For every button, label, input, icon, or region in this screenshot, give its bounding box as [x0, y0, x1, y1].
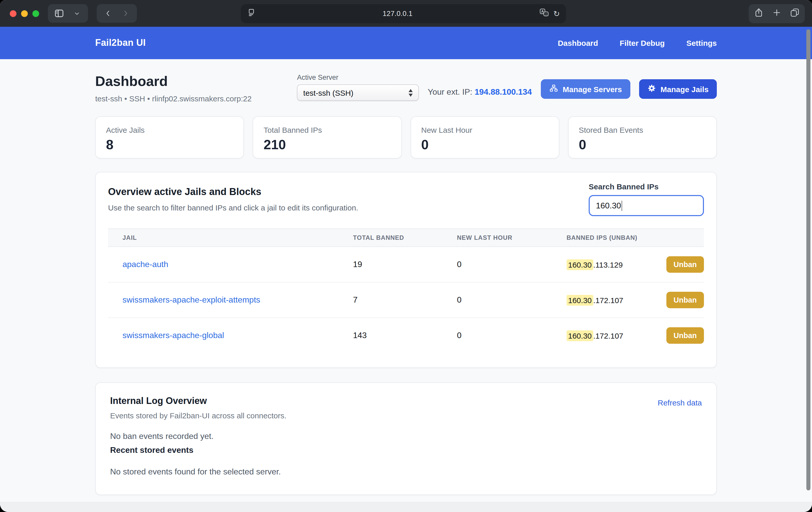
column-header-banned-ips: Banned IPs (Unban)	[552, 234, 704, 241]
screen: 127.0.0.1 A☆ ↻	[0, 0, 812, 512]
stat-value: 0	[421, 137, 549, 153]
svg-text:A: A	[541, 9, 544, 13]
overview-subtitle: Use the search to filter banned IPs and …	[108, 203, 358, 212]
ip-highlight: 160.30	[567, 330, 593, 341]
gear-icon	[647, 84, 656, 94]
new-last-hour-value: 0	[442, 260, 552, 269]
ip-highlight: 160.30	[567, 259, 593, 270]
forward-icon[interactable]	[119, 6, 132, 21]
column-header-new-last-hour: New Last Hour	[442, 234, 552, 241]
external-ip: Your ext. IP: 194.88.100.134	[428, 87, 532, 97]
page-subtitle: test-ssh • SSH • rlinfp02.swissmakers.co…	[95, 94, 252, 103]
column-header-jail: Jail	[108, 234, 339, 241]
total-banned-value: 7	[339, 295, 442, 305]
no-stored-events-text: No stored events found for the selected …	[110, 467, 702, 477]
search-banned-ips-input[interactable]: 160.30	[589, 195, 704, 216]
unban-button[interactable]: Unban	[666, 256, 704, 273]
svg-text:☆: ☆	[545, 12, 548, 16]
minimize-window-button[interactable]	[21, 10, 28, 17]
stat-cards: Active Jails 8 Total Banned IPs 210 New …	[95, 116, 717, 159]
internal-log-card: Internal Log Overview Events stored by F…	[95, 382, 717, 495]
table-row: apache-auth 19 0 160.30.113.129 Unban	[108, 247, 704, 283]
stat-value: 0	[579, 137, 706, 153]
address-bar[interactable]: 127.0.0.1 A☆ ↻	[241, 4, 566, 23]
overview-title: Overview active Jails and Blocks	[108, 186, 358, 198]
new-tab-icon[interactable]	[772, 8, 782, 20]
ip-rest: .172.107	[593, 331, 624, 340]
total-banned-value: 143	[339, 331, 442, 340]
close-window-button[interactable]	[10, 10, 17, 17]
jails-overview-card: Overview active Jails and Blocks Use the…	[95, 172, 717, 368]
total-banned-value: 19	[339, 260, 442, 269]
toolbar-right-group	[749, 4, 805, 23]
log-subtitle: Events stored by Fail2ban-UI across all …	[110, 411, 702, 420]
back-icon[interactable]	[102, 6, 115, 21]
manage-servers-button[interactable]: Manage Servers	[541, 79, 630, 99]
active-server-selected-value: test-ssh (SSH)	[303, 88, 407, 97]
active-server-label: Active Server	[297, 74, 419, 81]
chevron-down-icon[interactable]	[70, 6, 83, 21]
app-navbar: Fail2ban UI Dashboard Filter Debug Setti…	[0, 27, 812, 59]
tab-overview-icon[interactable]	[790, 8, 800, 20]
table-row: swissmakers-apache-exploit-attempts 7 0 …	[108, 283, 704, 318]
new-last-hour-value: 0	[442, 295, 552, 305]
manage-jails-button[interactable]: Manage Jails	[639, 79, 717, 99]
sidebar-toggle-icon[interactable]	[53, 6, 66, 21]
sitemap-icon	[549, 84, 558, 94]
ip-rest: .172.107	[593, 295, 624, 304]
banned-ip: 160.30.113.129	[567, 260, 622, 269]
nav-link-dashboard[interactable]: Dashboard	[558, 38, 598, 47]
external-ip-link[interactable]: 194.88.100.134	[475, 87, 532, 96]
history-button-group	[97, 4, 137, 23]
unban-button[interactable]: Unban	[666, 327, 704, 344]
refresh-data-link[interactable]: Refresh data	[658, 398, 702, 407]
jail-link[interactable]: swissmakers-apache-global	[122, 331, 224, 340]
stat-card-active-jails: Active Jails 8	[95, 116, 244, 159]
browser-window: 127.0.0.1 A☆ ↻	[0, 0, 812, 512]
table-row: swissmakers-apache-global 143 0 160.30.1…	[108, 318, 704, 353]
column-header-total-banned: Total Banned	[339, 234, 442, 241]
no-ban-events-text: No ban events recorded yet.	[110, 432, 702, 441]
search-banned-ips-label: Search Banned IPs	[589, 182, 704, 191]
jail-link[interactable]: apache-auth	[122, 260, 168, 268]
jails-table-header: Jail Total Banned New Last Hour Banned I…	[108, 228, 704, 247]
stat-label: Stored Ban Events	[579, 125, 706, 134]
reload-icon[interactable]: ↻	[553, 10, 560, 18]
stat-label: Total Banned IPs	[264, 125, 391, 134]
page-settings-icon[interactable]	[247, 8, 256, 19]
select-stepper-icon	[407, 89, 414, 96]
zoom-window-button[interactable]	[32, 10, 39, 17]
share-icon[interactable]	[754, 8, 764, 20]
app-brand: Fail2ban UI	[95, 37, 146, 48]
sidebar-button-group	[48, 4, 88, 23]
scrollbar[interactable]	[806, 29, 810, 490]
window-footer-strip	[0, 502, 812, 512]
banned-ip: 160.30.172.107	[567, 331, 624, 340]
manage-servers-label: Manage Servers	[563, 85, 622, 93]
log-title: Internal Log Overview	[110, 396, 702, 406]
stat-label: Active Jails	[106, 125, 233, 134]
stat-label: New Last Hour	[421, 125, 549, 134]
unban-button[interactable]: Unban	[666, 292, 704, 308]
text-caret	[621, 200, 622, 211]
page-content: Dashboard test-ssh • SSH • rlinfp02.swis…	[0, 59, 812, 512]
stat-value: 8	[106, 137, 233, 153]
stat-value: 210	[264, 137, 391, 153]
search-input-value: 160.30	[596, 201, 621, 210]
banned-ip: 160.30.172.107	[567, 295, 624, 304]
nav-link-settings[interactable]: Settings	[687, 38, 717, 47]
nav-link-filter-debug[interactable]: Filter Debug	[620, 38, 665, 47]
ip-rest: .113.129	[593, 260, 623, 269]
stat-card-total-banned: Total Banned IPs 210	[253, 116, 402, 159]
url-text[interactable]: 127.0.0.1	[256, 10, 540, 18]
stat-card-new-last-hour: New Last Hour 0	[410, 116, 559, 159]
translate-icon[interactable]: A☆	[540, 8, 549, 19]
external-ip-label: Your ext. IP:	[428, 87, 472, 96]
ip-highlight: 160.30	[567, 294, 593, 305]
active-server-select[interactable]: test-ssh (SSH)	[297, 84, 419, 101]
new-last-hour-value: 0	[442, 331, 552, 340]
jails-table: Jail Total Banned New Last Hour Banned I…	[108, 228, 704, 353]
recent-stored-events-title: Recent stored events	[110, 446, 702, 455]
jail-link[interactable]: swissmakers-apache-exploit-attempts	[122, 295, 260, 304]
browser-titlebar: 127.0.0.1 A☆ ↻	[0, 0, 812, 27]
